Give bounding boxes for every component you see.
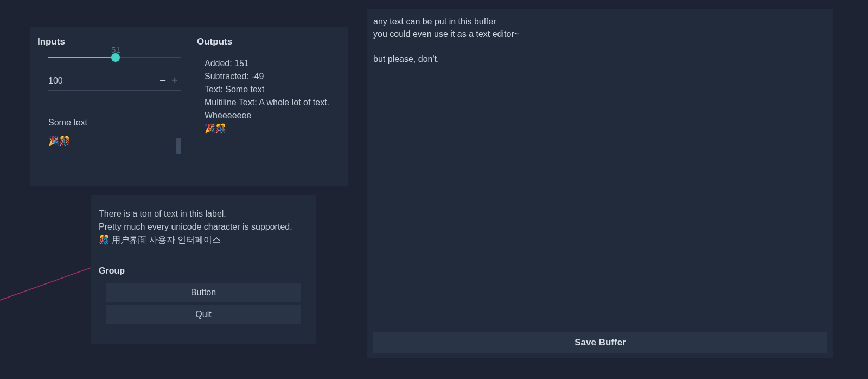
output-line: Text: Some text: [205, 83, 340, 96]
button-button[interactable]: Button: [106, 283, 301, 302]
slider-handle[interactable]: [111, 53, 120, 62]
output-line: Wheeeeeee: [205, 109, 340, 122]
save-buffer-button[interactable]: Save Buffer: [373, 332, 827, 353]
io-panel: Inputs 51 − + Outputs Added: 151 Subtrac…: [30, 27, 348, 186]
buffer-textarea[interactable]: [373, 15, 827, 327]
scrollbar-thumb[interactable]: [176, 138, 181, 154]
svg-line-0: [0, 263, 103, 304]
label-panel: There is a ton of text in this label. Pr…: [91, 195, 316, 344]
outputs-title: Outputs: [197, 36, 340, 47]
outputs-list: Added: 151 Subtracted: -49 Text: Some te…: [205, 57, 340, 135]
output-line: Multiline Text: A whole lot of text.: [205, 96, 340, 109]
text-input-wrap: [48, 118, 181, 131]
unicode-label: There is a ton of text in this label. Pr…: [99, 207, 308, 247]
quit-button[interactable]: Quit: [106, 305, 301, 324]
slider-fill: [48, 57, 116, 58]
stepper-input[interactable]: [48, 76, 157, 86]
group-title: Group: [99, 266, 308, 276]
slider[interactable]: 51: [48, 57, 181, 58]
multiline-input-wrap: [48, 136, 181, 157]
number-stepper: − +: [48, 74, 181, 91]
text-input[interactable]: [48, 118, 181, 128]
outputs-column: Outputs Added: 151 Subtracted: -49 Text:…: [197, 36, 340, 178]
stepper-minus-icon[interactable]: −: [157, 74, 169, 87]
inputs-column: Inputs 51 − +: [37, 36, 197, 178]
slider-track: [48, 57, 181, 58]
output-line: 🎉🎊: [205, 122, 340, 135]
buffer-panel: Save Buffer: [367, 9, 833, 358]
multiline-input[interactable]: [48, 136, 181, 157]
output-line: Added: 151: [205, 57, 340, 70]
output-line: Subtracted: -49: [205, 70, 340, 83]
stepper-plus-icon[interactable]: +: [169, 74, 181, 87]
